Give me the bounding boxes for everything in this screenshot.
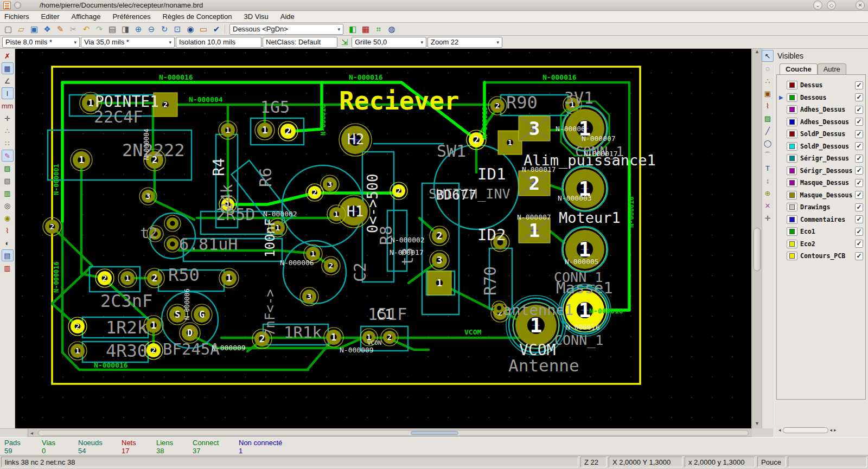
select-tool-icon[interactable]: ↖ [762, 50, 774, 62]
scroll-down-icon[interactable]: ▼ [753, 421, 761, 428]
print-preview-icon[interactable]: ◨ [119, 23, 131, 35]
window-menu-icon[interactable] [14, 2, 21, 9]
layer-color-swatch[interactable] [787, 203, 797, 211]
layer-color-swatch[interactable] [787, 178, 797, 187]
pad[interactable]: 2 [306, 184, 323, 201]
layer-visibility-checkbox[interactable]: ✓ [855, 142, 863, 150]
grid-visibility-icon[interactable]: ▦ [2, 62, 14, 74]
tracks-sketch-icon[interactable]: ⌇ [2, 224, 14, 236]
polar-coords-icon[interactable]: ∠ [2, 75, 14, 87]
layer-color-swatch[interactable] [787, 105, 797, 114]
delete-item-icon[interactable]: ✕ [762, 200, 774, 211]
microwave-tools-icon[interactable]: ◍ [386, 23, 398, 35]
zoom-in-icon[interactable]: ⊕ [132, 23, 144, 35]
pad[interactable]: 2 [43, 217, 61, 236]
pad[interactable]: 2 [519, 171, 550, 196]
minimize-button[interactable]: ⌄ [813, 1, 822, 10]
track-width-selector[interactable]: Piste 8,0 mils * ▾ [2, 37, 80, 48]
close-button[interactable]: ✕ [856, 1, 865, 10]
layer-visibility-checkbox[interactable]: ✓ [855, 93, 863, 101]
layer-color-swatch[interactable] [787, 130, 797, 138]
layer-row-adhes-dessous[interactable]: Adhes_Dessous✓ [779, 116, 863, 129]
horizontal-scroll-thumb[interactable] [411, 431, 458, 435]
ratsnest-visibility-icon[interactable]: ∴ [2, 125, 14, 137]
layer-visibility-checkbox[interactable]: ✓ [855, 179, 863, 187]
layer-selector[interactable]: Dessous <PgDn> ▾ [229, 24, 343, 35]
new-board-icon[interactable]: ▢ [2, 23, 14, 35]
zoom-fit-icon[interactable]: ⊡ [171, 23, 183, 35]
layer-row-dessus[interactable]: Dessus✓ [779, 79, 863, 92]
layer-pair-icon[interactable]: ◧ [347, 23, 359, 35]
pad[interactable]: 1 [68, 342, 87, 360]
layer-color-swatch[interactable] [787, 166, 797, 175]
pad[interactable]: 1 [219, 121, 237, 139]
add-track-icon[interactable]: ⌇ [762, 100, 774, 112]
pad[interactable] [164, 236, 181, 252]
pad[interactable]: 1 [563, 166, 607, 211]
layer-color-swatch[interactable] [787, 154, 797, 163]
zones-hide-icon[interactable]: ▧ [2, 175, 14, 187]
auto-track-width-icon[interactable]: ⇲ [339, 36, 350, 48]
zones-outline-icon[interactable]: ▥ [2, 187, 14, 199]
layer-color-swatch[interactable] [787, 142, 797, 151]
plot-icon[interactable]: ✎ [54, 23, 66, 35]
layer-visibility-checkbox[interactable]: ✓ [855, 81, 863, 89]
grid-origin-icon[interactable]: ✛ [762, 212, 774, 224]
pad[interactable]: 1 [118, 269, 137, 287]
add-line-icon[interactable]: ╱ [762, 125, 774, 137]
pad[interactable]: 2 [390, 182, 407, 200]
vias-sketch-icon[interactable]: ◉ [2, 212, 14, 224]
layer-row-adhes-dessus[interactable]: Adhes_Dessus✓ [779, 104, 863, 116]
pad[interactable]: 3 [430, 250, 449, 270]
print-icon[interactable]: ▤ [106, 23, 118, 35]
layer-color-swatch[interactable] [787, 215, 797, 224]
module-mode-icon[interactable]: ▦ [360, 23, 372, 35]
layer-row-soldp-dessous[interactable]: SoldP_Dessous✓ [779, 140, 863, 153]
grid-selector[interactable]: Grille 50,0 ▾ [352, 37, 426, 48]
layer-visibility-checkbox[interactable]: ✓ [855, 203, 863, 211]
pad[interactable]: 2 [488, 97, 507, 115]
zones-show-icon[interactable]: ▨ [2, 162, 14, 174]
layer-visibility-checkbox[interactable]: ✓ [855, 228, 863, 236]
pad[interactable]: 1 [255, 120, 275, 140]
menu-item-preferences[interactable]: Préférences [112, 12, 150, 21]
layer-row-drawings[interactable]: Drawings✓ [779, 201, 863, 214]
pad[interactable]: 3 [300, 287, 318, 306]
scroll-up-icon[interactable]: ▲ [753, 49, 761, 56]
panel-scroll-thumb[interactable] [783, 427, 828, 433]
layer-row-masque-dessous[interactable]: Masque_Dessous✓ [779, 189, 863, 202]
pad[interactable]: 1 [71, 149, 92, 171]
via-size-selector[interactable]: Via 35,0 mils * ▾ [81, 37, 175, 48]
tab-autre[interactable]: Autre [818, 63, 846, 74]
vertical-scrollbar[interactable]: ▲ ▼ [752, 49, 762, 428]
layer-row-commentaires[interactable]: Commentaires✓ [779, 214, 863, 226]
pad[interactable]: 2 [381, 329, 398, 346]
layer-color-swatch[interactable] [787, 252, 797, 260]
design-rules-icon[interactable]: ✔ [210, 23, 222, 35]
layer-color-swatch[interactable] [787, 93, 797, 102]
pad[interactable] [164, 215, 181, 232]
panel-scroll-right-icon[interactable]: ▸ [834, 427, 837, 433]
layer-visibility-checkbox[interactable]: ✓ [855, 191, 863, 199]
add-circle-icon[interactable]: ◯ [762, 137, 774, 149]
layer-color-swatch[interactable] [787, 191, 797, 200]
layer-visibility-checkbox[interactable]: ✓ [855, 252, 863, 260]
layer-visibility-checkbox[interactable]: ✓ [855, 215, 863, 223]
layer-row-dessous[interactable]: ▶Dessous✓ [779, 92, 863, 104]
panel-scrollbar[interactable]: ◂ ◂ ▸ [778, 426, 864, 434]
pad[interactable]: 2 [95, 269, 114, 287]
add-target-icon[interactable]: ⊕ [762, 187, 774, 199]
layer-visibility-checkbox[interactable]: ✓ [855, 166, 863, 175]
panel-scroll-left2-icon[interactable]: ◂ [830, 427, 833, 433]
pads-sketch-icon[interactable]: ◎ [2, 200, 14, 211]
undo-icon[interactable]: ↶ [80, 23, 92, 35]
find-icon[interactable]: ◉ [184, 23, 196, 35]
auto-delete-track-icon[interactable]: ✎ [2, 150, 14, 162]
horizontal-scroll-track[interactable] [38, 430, 749, 436]
menu-item-aide[interactable]: Aide [280, 12, 295, 21]
pad[interactable]: 2 [430, 226, 449, 246]
pad[interactable]: 1 [327, 205, 346, 223]
pad[interactable]: 2 [68, 317, 87, 336]
layer-row-serigr-dessus[interactable]: Sérigr_Dessus✓ [779, 152, 863, 165]
layer-visibility-checkbox[interactable]: ✓ [855, 106, 863, 114]
